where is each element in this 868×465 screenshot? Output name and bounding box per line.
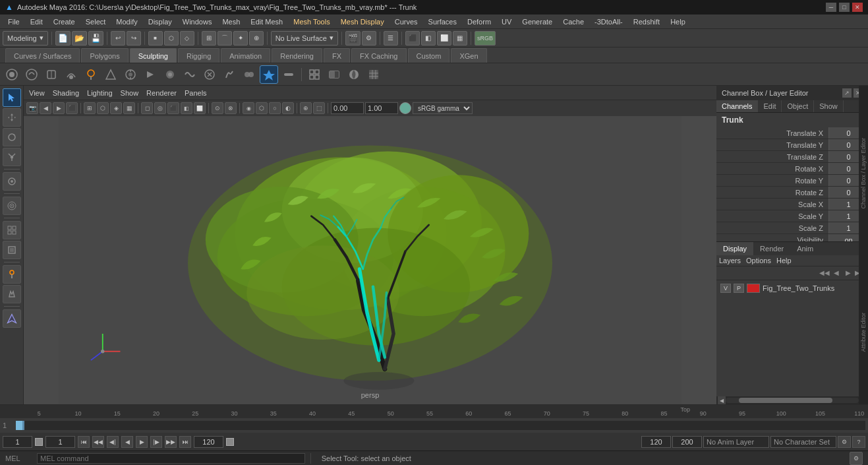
open-file-button[interactable]: 📂 xyxy=(72,31,87,46)
menu-curves[interactable]: Curves xyxy=(390,16,423,27)
status-settings-button[interactable]: ⚙ xyxy=(850,452,863,465)
sculpt-tool-4[interactable] xyxy=(62,65,80,84)
sculpt-tool-active[interactable] xyxy=(260,65,278,84)
vp-mode1-button[interactable]: ⬛ xyxy=(167,102,179,114)
snap-view-button[interactable]: ⊕ xyxy=(249,31,264,46)
menu-help[interactable]: Help xyxy=(665,16,691,27)
snap-curve-button[interactable]: ⌒ xyxy=(217,31,232,46)
tab-sculpting[interactable]: Sculpting xyxy=(130,48,177,63)
vp-select-button[interactable]: ◻ xyxy=(141,102,153,114)
display-btn-1[interactable]: ⬛ xyxy=(405,31,420,46)
display-btn-2[interactable]: ◧ xyxy=(421,31,436,46)
tab-fx-caching[interactable]: FX Caching xyxy=(351,48,406,63)
sculpt-tool-10[interactable] xyxy=(181,65,199,84)
scroll-thumb[interactable] xyxy=(739,398,832,403)
tab-rigging[interactable]: Rigging xyxy=(178,48,219,63)
display-btn-4[interactable]: ▦ xyxy=(453,31,467,46)
nav-tool-button[interactable] xyxy=(3,309,21,328)
layer-tab-display[interactable]: Display xyxy=(716,242,753,255)
vp-snap-button[interactable]: ⊕ xyxy=(300,102,312,114)
menu-display[interactable]: Display xyxy=(143,16,177,27)
camera-button[interactable]: 📷 xyxy=(26,102,38,114)
menu-windows[interactable]: Windows xyxy=(177,16,217,27)
scroll-left-button[interactable]: ◀ xyxy=(718,396,726,404)
vp-toggle3-button[interactable]: ◐ xyxy=(282,102,294,114)
shading-button[interactable] xyxy=(345,65,363,84)
step-forward-button[interactable]: ▶▶ xyxy=(165,436,177,448)
channel-row-translate-y[interactable]: Translate Y 0 xyxy=(716,139,868,151)
menu-edit-mesh[interactable]: Edit Mesh xyxy=(245,16,288,27)
vp-lasso-button[interactable]: ◎ xyxy=(154,102,166,114)
tab-xgen[interactable]: XGen xyxy=(451,48,486,63)
menu-generate[interactable]: Generate xyxy=(517,16,558,27)
render-settings-button[interactable]: ⚙ xyxy=(362,31,376,46)
snap-grid-button[interactable]: ⊞ xyxy=(202,31,216,46)
vp-color-swatch[interactable] xyxy=(399,102,411,114)
viewport-menu-panels[interactable]: Panels xyxy=(185,89,207,97)
go-to-start-button[interactable]: ⏮ xyxy=(78,436,90,448)
viewport-menu-shading[interactable]: Shading xyxy=(53,89,79,97)
side-tab-channel-box[interactable]: Channel Box / Layer Editor xyxy=(860,135,867,212)
select-tool-button[interactable] xyxy=(3,88,21,107)
layer-menu-layers[interactable]: Layers xyxy=(719,257,741,264)
menu-cache[interactable]: Cache xyxy=(558,16,589,27)
tab-polygons[interactable]: Polygons xyxy=(81,48,128,63)
layer-menu-options[interactable]: Options xyxy=(746,257,771,264)
snap-point-button[interactable]: ✦ xyxy=(233,31,248,46)
range-end-thumb[interactable] xyxy=(226,438,234,446)
select-mode-button[interactable]: ■ xyxy=(148,31,163,46)
anim-end-input[interactable] xyxy=(641,436,671,448)
paint-effects-button[interactable] xyxy=(3,265,21,284)
menu-3dtoall[interactable]: -3DtoAll- xyxy=(589,16,628,27)
play-forward-button[interactable]: ▶ xyxy=(136,436,148,448)
anim-total-input[interactable] xyxy=(672,436,702,448)
sculpt-tool-9[interactable] xyxy=(161,65,179,84)
menu-deform[interactable]: Deform xyxy=(462,16,496,27)
vp-isolate-button[interactable]: ⊙ xyxy=(212,102,223,114)
vp-wireframe-button[interactable]: ⬡ xyxy=(97,102,109,114)
tab-object[interactable]: Object xyxy=(782,100,814,112)
no-anim-layer-dropdown[interactable]: No Anim Layer xyxy=(703,436,769,448)
menu-surfaces[interactable]: Surfaces xyxy=(423,16,462,27)
tab-rendering[interactable]: Rendering xyxy=(272,48,322,63)
channel-row-visibility[interactable]: Visibility on xyxy=(716,234,868,241)
menu-uv[interactable]: UV xyxy=(496,16,517,27)
panel-float-button[interactable]: ↗ xyxy=(842,88,852,98)
play-button[interactable]: ▶ xyxy=(53,102,65,114)
no-char-set-dropdown[interactable]: No Character Set xyxy=(770,436,836,448)
move-tool-button[interactable] xyxy=(3,108,21,127)
prev-frame-button[interactable]: ◀| xyxy=(107,436,119,448)
timeline-scrubber[interactable]: 1 xyxy=(0,418,868,433)
sculpt-tool-1[interactable] xyxy=(3,65,21,84)
sculpt-tool-2[interactable] xyxy=(22,65,41,84)
vp-grid-button[interactable]: ⊞ xyxy=(84,102,96,114)
close-button[interactable]: ✕ xyxy=(852,3,863,12)
next-frame-button[interactable]: |▶ xyxy=(150,436,162,448)
side-tab-attribute-editor[interactable]: Attribute Editor xyxy=(860,310,867,355)
channel-row-rotate-z[interactable]: Rotate Z 0 xyxy=(716,187,868,199)
layer-menu-help[interactable]: Help xyxy=(776,257,792,264)
artisan-button[interactable] xyxy=(3,285,21,303)
menu-mesh[interactable]: Mesh xyxy=(217,16,245,27)
menu-mesh-display[interactable]: Mesh Display xyxy=(335,16,390,27)
scale-tool-button[interactable] xyxy=(3,148,21,166)
vp-mode2-button[interactable]: ◧ xyxy=(181,102,192,114)
minimize-button[interactable]: ─ xyxy=(826,3,836,12)
sculpt-tool-5[interactable] xyxy=(82,65,100,84)
vp-shaded-button[interactable]: ◈ xyxy=(110,102,122,114)
undo-button[interactable]: ↩ xyxy=(111,31,125,46)
channel-row-rotate-x[interactable]: Rotate X 0 xyxy=(716,163,868,175)
scroll-track[interactable] xyxy=(726,398,859,403)
viewport-menu-renderer[interactable]: Renderer xyxy=(146,89,177,97)
display-btn-3[interactable]: ⬜ xyxy=(437,31,451,46)
channel-row-translate-z[interactable]: Translate Z 0 xyxy=(716,151,868,163)
vp-textured-button[interactable]: ▦ xyxy=(123,102,135,114)
channel-row-scale-z[interactable]: Scale Z 1 xyxy=(716,222,868,234)
sculpt-tool-13[interactable] xyxy=(240,65,258,84)
sculpt-tool-15[interactable] xyxy=(279,65,298,84)
sculpt-tool-7[interactable] xyxy=(121,65,140,84)
vp-toggle1-button[interactable]: ⬡ xyxy=(256,102,268,114)
rotate-tool-button[interactable] xyxy=(3,128,21,146)
tab-curves-surfaces[interactable]: Curves / Surfaces xyxy=(5,48,80,63)
viewport-menu-show[interactable]: Show xyxy=(121,89,139,97)
